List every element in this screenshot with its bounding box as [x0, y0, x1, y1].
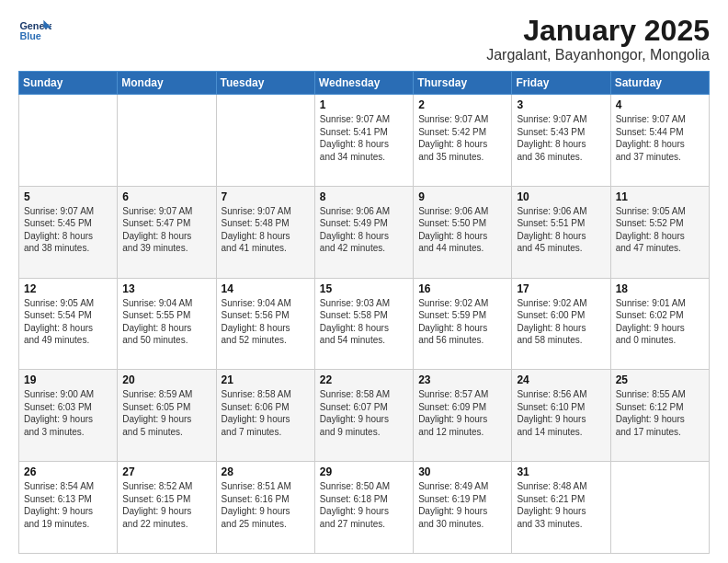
calendar-cell: 10Sunrise: 9:06 AMSunset: 5:51 PMDayligh…: [512, 186, 610, 278]
calendar-cell: [19, 95, 118, 187]
calendar-cell: 3Sunrise: 9:07 AMSunset: 5:43 PMDaylight…: [512, 95, 610, 187]
calendar-cell: 9Sunrise: 9:06 AMSunset: 5:50 PMDaylight…: [414, 186, 512, 278]
day-info: Sunrise: 9:03 AMSunset: 5:58 PMDaylight:…: [320, 297, 408, 347]
weekday-header: Friday: [512, 72, 610, 95]
day-number: 21: [222, 373, 310, 386]
day-info: Sunrise: 9:07 AMSunset: 5:42 PMDaylight:…: [418, 113, 506, 163]
day-info: Sunrise: 9:07 AMSunset: 5:44 PMDaylight:…: [616, 113, 704, 163]
day-number: 13: [122, 282, 210, 295]
logo-icon: General Blue: [18, 15, 51, 48]
day-info: Sunrise: 8:58 AMSunset: 6:07 PMDaylight:…: [320, 388, 408, 438]
title-block: January 2025 Jargalant, Bayanhongor, Mon…: [486, 15, 710, 63]
calendar-title: January 2025: [486, 15, 710, 47]
page: General Blue January 2025 Jargalant, Bay…: [0, 0, 728, 563]
weekday-header-row: SundayMondayTuesdayWednesdayThursdayFrid…: [19, 72, 710, 95]
calendar-week-row: 19Sunrise: 9:00 AMSunset: 6:03 PMDayligh…: [19, 370, 710, 462]
day-number: 27: [122, 465, 210, 478]
calendar-cell: 12Sunrise: 9:05 AMSunset: 5:54 PMDayligh…: [19, 278, 118, 370]
day-info: Sunrise: 8:56 AMSunset: 6:10 PMDaylight:…: [517, 388, 605, 438]
day-info: Sunrise: 9:07 AMSunset: 5:47 PMDaylight:…: [122, 205, 210, 255]
header: General Blue January 2025 Jargalant, Bay…: [18, 15, 710, 63]
calendar-cell: 5Sunrise: 9:07 AMSunset: 5:45 PMDaylight…: [19, 186, 118, 278]
day-number: 23: [418, 373, 506, 386]
day-info: Sunrise: 8:54 AMSunset: 6:13 PMDaylight:…: [24, 480, 112, 530]
day-info: Sunrise: 8:52 AMSunset: 6:15 PMDaylight:…: [122, 480, 210, 530]
day-info: Sunrise: 9:02 AMSunset: 6:00 PMDaylight:…: [517, 297, 605, 347]
calendar-cell: [216, 95, 314, 187]
calendar-table: SundayMondayTuesdayWednesdayThursdayFrid…: [18, 71, 710, 554]
day-number: 16: [418, 282, 506, 295]
weekday-header: Monday: [118, 72, 216, 95]
calendar-cell: 4Sunrise: 9:07 AMSunset: 5:44 PMDaylight…: [610, 95, 709, 187]
calendar-cell: 14Sunrise: 9:04 AMSunset: 5:56 PMDayligh…: [216, 278, 314, 370]
day-info: Sunrise: 8:48 AMSunset: 6:21 PMDaylight:…: [517, 480, 605, 530]
day-number: 2: [418, 98, 506, 111]
calendar-cell: 29Sunrise: 8:50 AMSunset: 6:18 PMDayligh…: [314, 462, 413, 554]
day-number: 9: [418, 190, 506, 203]
calendar-week-row: 5Sunrise: 9:07 AMSunset: 5:45 PMDaylight…: [19, 186, 710, 278]
day-info: Sunrise: 9:04 AMSunset: 5:56 PMDaylight:…: [222, 297, 310, 347]
calendar-cell: 18Sunrise: 9:01 AMSunset: 6:02 PMDayligh…: [610, 278, 709, 370]
day-number: 17: [517, 282, 605, 295]
day-info: Sunrise: 8:49 AMSunset: 6:19 PMDaylight:…: [418, 480, 506, 530]
day-info: Sunrise: 9:04 AMSunset: 5:55 PMDaylight:…: [122, 297, 210, 347]
calendar-cell: 25Sunrise: 8:55 AMSunset: 6:12 PMDayligh…: [610, 370, 709, 462]
weekday-header: Thursday: [414, 72, 512, 95]
calendar-cell: 26Sunrise: 8:54 AMSunset: 6:13 PMDayligh…: [19, 462, 118, 554]
logo: General Blue: [18, 15, 51, 48]
calendar-cell: 7Sunrise: 9:07 AMSunset: 5:48 PMDaylight…: [216, 186, 314, 278]
day-number: 5: [24, 190, 112, 203]
day-info: Sunrise: 9:00 AMSunset: 6:03 PMDaylight:…: [24, 388, 112, 438]
calendar-cell: 13Sunrise: 9:04 AMSunset: 5:55 PMDayligh…: [118, 278, 216, 370]
calendar-subtitle: Jargalant, Bayanhongor, Mongolia: [486, 47, 710, 63]
day-info: Sunrise: 9:01 AMSunset: 6:02 PMDaylight:…: [616, 297, 704, 347]
calendar-cell: 28Sunrise: 8:51 AMSunset: 6:16 PMDayligh…: [216, 462, 314, 554]
day-info: Sunrise: 8:59 AMSunset: 6:05 PMDaylight:…: [122, 388, 210, 438]
weekday-header: Saturday: [610, 72, 709, 95]
calendar-cell: 27Sunrise: 8:52 AMSunset: 6:15 PMDayligh…: [118, 462, 216, 554]
day-number: 30: [418, 465, 506, 478]
calendar-cell: 17Sunrise: 9:02 AMSunset: 6:00 PMDayligh…: [512, 278, 610, 370]
svg-text:Blue: Blue: [19, 30, 40, 41]
day-info: Sunrise: 8:55 AMSunset: 6:12 PMDaylight:…: [616, 388, 704, 438]
day-number: 15: [320, 282, 408, 295]
day-info: Sunrise: 9:07 AMSunset: 5:41 PMDaylight:…: [320, 113, 408, 163]
calendar-cell: 16Sunrise: 9:02 AMSunset: 5:59 PMDayligh…: [414, 278, 512, 370]
day-number: 24: [517, 373, 605, 386]
day-info: Sunrise: 9:06 AMSunset: 5:49 PMDaylight:…: [320, 205, 408, 255]
calendar-cell: 31Sunrise: 8:48 AMSunset: 6:21 PMDayligh…: [512, 462, 610, 554]
day-number: 12: [24, 282, 112, 295]
day-number: 31: [517, 465, 605, 478]
day-number: 1: [320, 98, 408, 111]
day-info: Sunrise: 9:05 AMSunset: 5:52 PMDaylight:…: [616, 205, 704, 255]
calendar-week-row: 1Sunrise: 9:07 AMSunset: 5:41 PMDaylight…: [19, 95, 710, 187]
day-info: Sunrise: 9:07 AMSunset: 5:48 PMDaylight:…: [222, 205, 310, 255]
day-info: Sunrise: 9:02 AMSunset: 5:59 PMDaylight:…: [418, 297, 506, 347]
weekday-header: Sunday: [19, 72, 118, 95]
calendar-cell: 2Sunrise: 9:07 AMSunset: 5:42 PMDaylight…: [414, 95, 512, 187]
day-number: 11: [616, 190, 704, 203]
day-number: 20: [122, 373, 210, 386]
calendar-cell: 6Sunrise: 9:07 AMSunset: 5:47 PMDaylight…: [118, 186, 216, 278]
calendar-cell: 15Sunrise: 9:03 AMSunset: 5:58 PMDayligh…: [314, 278, 413, 370]
calendar-week-row: 26Sunrise: 8:54 AMSunset: 6:13 PMDayligh…: [19, 462, 710, 554]
day-number: 10: [517, 190, 605, 203]
calendar-cell: 11Sunrise: 9:05 AMSunset: 5:52 PMDayligh…: [610, 186, 709, 278]
calendar-cell: [118, 95, 216, 187]
day-info: Sunrise: 9:07 AMSunset: 5:45 PMDaylight:…: [24, 205, 112, 255]
day-info: Sunrise: 8:50 AMSunset: 6:18 PMDaylight:…: [320, 480, 408, 530]
day-number: 6: [122, 190, 210, 203]
day-number: 19: [24, 373, 112, 386]
day-number: 18: [616, 282, 704, 295]
day-info: Sunrise: 9:06 AMSunset: 5:51 PMDaylight:…: [517, 205, 605, 255]
day-number: 8: [320, 190, 408, 203]
calendar-cell: 20Sunrise: 8:59 AMSunset: 6:05 PMDayligh…: [118, 370, 216, 462]
day-number: 14: [222, 282, 310, 295]
calendar-cell: 8Sunrise: 9:06 AMSunset: 5:49 PMDaylight…: [314, 186, 413, 278]
day-number: 28: [222, 465, 310, 478]
day-number: 25: [616, 373, 704, 386]
day-info: Sunrise: 8:58 AMSunset: 6:06 PMDaylight:…: [222, 388, 310, 438]
day-number: 22: [320, 373, 408, 386]
weekday-header: Tuesday: [216, 72, 314, 95]
calendar-week-row: 12Sunrise: 9:05 AMSunset: 5:54 PMDayligh…: [19, 278, 710, 370]
